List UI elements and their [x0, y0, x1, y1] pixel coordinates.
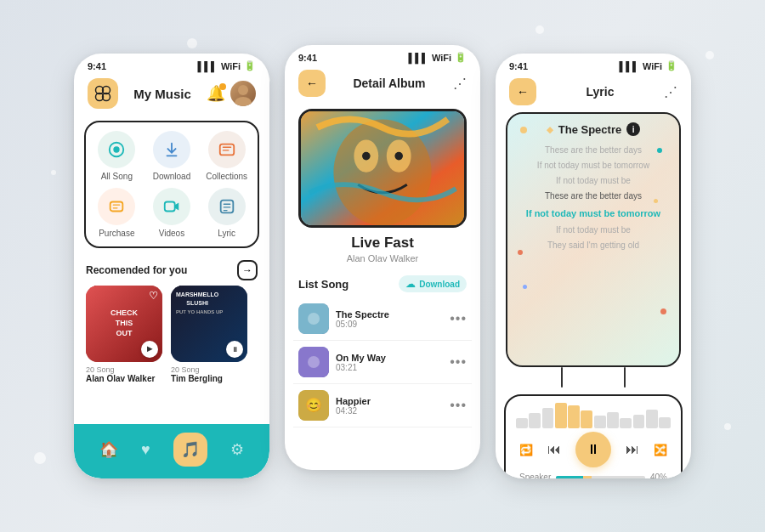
rec-thumb-sub: PUT YO HANDS UP: [176, 309, 223, 314]
collections-icon-wrap: [208, 131, 246, 168]
svg-point-27: [308, 356, 320, 368]
controls-row: 🔁 ⏮ ⏸ ⏭ 🔀: [516, 432, 671, 467]
download-badge[interactable]: ☁ Download: [399, 275, 467, 292]
menu-item-collections[interactable]: Collections: [201, 131, 252, 181]
battery-icon-3: 🔋: [666, 60, 677, 71]
svg-point-22: [362, 152, 371, 161]
detail-header: ← Detail Album ⋰: [285, 66, 480, 104]
song-thumb-1: [298, 347, 329, 377]
deco-dot: [724, 423, 731, 430]
song-name-1: On My Way: [336, 353, 443, 363]
share-icon-2[interactable]: ⋰: [453, 76, 467, 92]
rec-info-2: 20 Song Tim Bergling: [171, 362, 247, 387]
list-song-label: List Song: [298, 278, 348, 291]
lyric-dot-4: [523, 285, 527, 289]
lyric-line-2: If not today must be: [518, 173, 669, 189]
album-song-title: Live Fast: [285, 235, 480, 252]
wf-connector-2: [624, 367, 626, 388]
song-thumb-0: [298, 303, 329, 334]
svg-point-25: [308, 313, 320, 325]
progress-waveform: [516, 403, 671, 428]
lyric-title-text: The Spectre: [558, 123, 621, 136]
logo-icon: [94, 84, 112, 103]
song-info-2: Happier 04:32: [336, 396, 443, 416]
menu-grid-container: All Song Download: [84, 121, 259, 248]
more-dots-2[interactable]: •••: [450, 398, 467, 413]
videos-icon-wrap: [153, 188, 190, 225]
phone-detail: 9:41 ▌▌▌ WiFi 🔋 ← Detail Album ⋰: [285, 45, 480, 470]
recommended-more-button[interactable]: →: [237, 260, 258, 280]
song-item-1[interactable]: On My Way 03:21 •••: [293, 341, 472, 384]
song-info-1: On My Way 03:21: [336, 353, 443, 372]
menu-item-purchase[interactable]: Purchase: [91, 188, 143, 238]
song-info-0: The Spectre 05:09: [336, 309, 443, 329]
back-button-2[interactable]: ←: [298, 70, 326, 97]
nav-music-active[interactable]: 🎵: [173, 433, 207, 467]
wifi-icon-3: WiFi: [643, 61, 662, 71]
signal-icon-2: ▌▌▌: [408, 53, 428, 63]
repeat-button[interactable]: 🔁: [519, 444, 533, 456]
song-thumb-img-2: 😊: [298, 390, 329, 421]
status-icons-1: ▌▌▌ WiFi 🔋: [197, 60, 256, 71]
wbar-5: [568, 405, 580, 428]
more-dots-0[interactable]: •••: [450, 311, 467, 326]
user-avatar[interactable]: [230, 81, 256, 106]
song-item-2[interactable]: 😊 Happier 04:32 •••: [293, 384, 472, 427]
more-dots-1[interactable]: •••: [450, 354, 467, 370]
svg-point-5: [235, 97, 252, 106]
waveform-connector: [513, 367, 674, 388]
song-item-0[interactable]: The Spectre 05:09 •••: [293, 297, 472, 341]
scene: 9:41 ▌▌▌ WiFi 🔋 My Music 🔔: [0, 0, 765, 532]
lyric-page-title: Lyric: [586, 85, 615, 99]
phone-lyric: 9:41 ▌▌▌ WiFi 🔋 ← Lyric ⋰ ◆ The Spe: [496, 54, 691, 478]
next-button[interactable]: ⏭: [626, 442, 639, 457]
speaker-label: Speaker: [519, 473, 551, 478]
nav-heart-icon[interactable]: ♥: [141, 441, 150, 459]
song-thumb-2: 😊: [298, 390, 329, 421]
videos-icon: [162, 197, 181, 216]
rec-thumb-text-1: CHECKTHISOUT: [110, 308, 138, 338]
lyric-icon: [218, 197, 236, 216]
menu-item-all-song[interactable]: All Song: [91, 131, 143, 181]
lyric-line-active: If not today must be tomorrow: [518, 204, 669, 223]
bottom-nav: 🏠 ♥ 🎵 ⚙: [74, 424, 269, 478]
lyric-line-0: These are the better days: [518, 143, 669, 158]
speaker-fill-teal: [556, 476, 582, 479]
detail-title: Detail Album: [353, 76, 425, 90]
rec-info-1: 20 Song Alan Olav Walker: [86, 362, 162, 387]
status-icons-3: ▌▌▌ WiFi 🔋: [619, 60, 677, 71]
status-bar-2: 9:41 ▌▌▌ WiFi 🔋: [285, 45, 480, 66]
prev-button[interactable]: ⏮: [547, 442, 561, 457]
svg-rect-12: [110, 202, 123, 212]
videos-label: Videos: [159, 229, 184, 238]
wbar-9: [620, 418, 632, 428]
wbar-4: [555, 403, 567, 428]
pause-icon: ⏸: [586, 442, 600, 457]
back-button-3[interactable]: ←: [509, 78, 536, 105]
menu-item-lyric[interactable]: Lyric: [201, 188, 252, 238]
shuffle-button[interactable]: 🔀: [654, 444, 667, 456]
wbar-10: [633, 415, 645, 429]
song-thumb-img-1: [298, 347, 329, 377]
share-icon-3[interactable]: ⋰: [664, 84, 677, 100]
nav-settings-icon[interactable]: ⚙: [230, 440, 244, 459]
play-button-2[interactable]: ⏸: [226, 341, 243, 358]
menu-item-videos[interactable]: Videos: [146, 188, 198, 238]
wbar-1: [516, 418, 528, 428]
pause-button[interactable]: ⏸: [575, 432, 611, 467]
nav-home-icon[interactable]: 🏠: [99, 440, 118, 459]
all-song-icon-wrap: [98, 131, 135, 168]
rec-thumb-text-2: MARSHMELLOSLUSHI: [176, 291, 218, 308]
play-button-1[interactable]: ▶: [141, 341, 158, 358]
diamond-icon-left: ◆: [547, 125, 553, 134]
notification-bell[interactable]: 🔔: [207, 84, 225, 103]
player-controls: 🔁 ⏮ ⏸ ⏭ 🔀 Speaker 40%: [504, 394, 683, 478]
svg-rect-9: [219, 144, 234, 156]
song-list: The Spectre 05:09 ••• On My Way 03:21 ••…: [285, 297, 480, 427]
notif-dot: [219, 83, 226, 90]
menu-item-download[interactable]: Download: [146, 131, 198, 181]
home-header: My Music 🔔: [74, 75, 269, 116]
list-song-header: List Song ☁ Download: [285, 270, 480, 297]
svg-rect-13: [165, 202, 175, 212]
info-icon[interactable]: i: [626, 122, 640, 136]
